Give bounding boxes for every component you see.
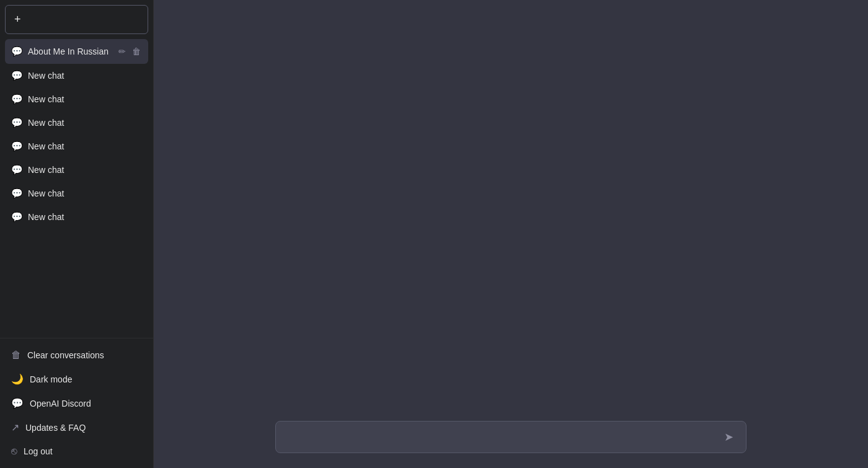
input-wrapper: ➤	[275, 421, 746, 453]
send-icon: ➤	[724, 430, 733, 444]
chat-input[interactable]	[286, 430, 715, 444]
sidebar-bottom-label-logout: Log out	[24, 446, 53, 456]
faq-icon: ↗	[11, 422, 19, 433]
chat-bubble-icon: 💬	[11, 211, 23, 223]
darkmode-icon: 🌙	[11, 373, 24, 385]
sidebar-chat-item-3[interactable]: 💬New chat	[5, 87, 148, 111]
sidebar-bottom-item-logout[interactable]: ⎋Log out	[5, 439, 148, 463]
sidebar-bottom: 🗑Clear conversations🌙Dark mode💬OpenAI Di…	[0, 338, 153, 468]
sidebar-chats-list: 💬About Me In Russian✏🗑💬New chat💬New chat…	[0, 39, 153, 338]
chat-bubble-icon: 💬	[11, 141, 23, 152]
chat-item-label: New chat	[28, 94, 142, 104]
chat-bubble-icon: 💬	[11, 70, 23, 81]
plus-icon: +	[14, 13, 21, 26]
clear-icon: 🗑	[11, 350, 21, 361]
sidebar-chat-item-active[interactable]: 💬About Me In Russian✏🗑	[5, 39, 148, 64]
main-content: ➤	[154, 0, 868, 468]
sidebar: + 💬About Me In Russian✏🗑💬New chat💬New ch…	[0, 0, 154, 468]
sidebar-chat-item-7[interactable]: 💬New chat	[5, 182, 148, 205]
edit-chat-button[interactable]: ✏	[117, 45, 127, 58]
send-button[interactable]: ➤	[722, 429, 736, 445]
chat-item-actions: ✏🗑	[117, 45, 142, 58]
chat-item-label: About Me In Russian	[28, 46, 112, 56]
sidebar-bottom-label-darkmode: Dark mode	[30, 374, 72, 384]
chat-bubble-icon: 💬	[11, 117, 23, 128]
discord-icon: 💬	[11, 397, 24, 409]
chat-bubble-icon: 💬	[11, 94, 23, 105]
chat-item-label: New chat	[28, 141, 142, 151]
sidebar-chat-item-2[interactable]: 💬New chat	[5, 64, 148, 87]
sidebar-bottom-label-discord: OpenAI Discord	[30, 399, 91, 408]
input-area: ➤	[154, 411, 868, 468]
chat-item-label: New chat	[28, 71, 142, 81]
sidebar-chat-item-4[interactable]: 💬New chat	[5, 111, 148, 135]
sidebar-bottom-item-discord[interactable]: 💬OpenAI Discord	[5, 391, 148, 415]
sidebar-bottom-item-faq[interactable]: ↗Updates & FAQ	[5, 415, 148, 439]
chat-bubble-icon: 💬	[11, 46, 23, 57]
sidebar-chat-item-6[interactable]: 💬New chat	[5, 158, 148, 182]
logout-icon: ⎋	[11, 446, 17, 457]
sidebar-bottom-item-darkmode[interactable]: 🌙Dark mode	[5, 367, 148, 391]
sidebar-bottom-label-clear: Clear conversations	[27, 350, 104, 360]
chat-item-label: New chat	[28, 118, 142, 128]
chat-item-label: New chat	[28, 212, 142, 222]
delete-chat-button[interactable]: 🗑	[131, 45, 142, 58]
chat-item-label: New chat	[28, 188, 142, 198]
chat-bubble-icon: 💬	[11, 164, 23, 175]
sidebar-bottom-label-faq: Updates & FAQ	[25, 423, 86, 433]
new-chat-button[interactable]: +	[5, 5, 148, 34]
chat-messages	[154, 0, 868, 411]
sidebar-chat-item-5[interactable]: 💬New chat	[5, 135, 148, 158]
sidebar-chat-item-8[interactable]: 💬New chat	[5, 205, 148, 229]
chat-bubble-icon: 💬	[11, 188, 23, 199]
chat-item-label: New chat	[28, 165, 142, 175]
sidebar-bottom-item-clear[interactable]: 🗑Clear conversations	[5, 343, 148, 367]
